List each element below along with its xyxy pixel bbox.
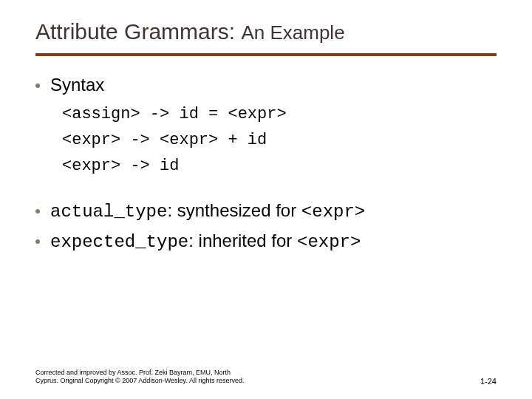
grammar-line-1: <assign> -> id = <expr> (62, 105, 287, 123)
page-number: 1-24 (480, 377, 497, 386)
actual-type-code: actual_type (50, 202, 167, 222)
bullet-actual-type: actual_type: synthesized for <expr> (35, 198, 497, 225)
footer-line-2: Cyprus. Original Copyright © 2007 Addiso… (35, 377, 244, 384)
footer-credit: Corrected and improved by Assoc. Prof. Z… (35, 369, 244, 386)
expected-type-code: expected_type (50, 232, 188, 252)
actual-type-mid: : synthesized for (167, 200, 301, 220)
bullet-expected-text: expected_type: inherited for <expr> (50, 228, 361, 256)
slide: Attribute Grammars: An Example Syntax <a… (0, 0, 532, 399)
grammar-block: <assign> -> id = <expr> <expr> -> <expr>… (62, 101, 497, 180)
slide-title: Attribute Grammars: An Example (35, 19, 497, 44)
title-sub: An Example (241, 21, 344, 44)
bullet-dot-icon (35, 239, 40, 244)
bullet-actual-text: actual_type: synthesized for <expr> (50, 198, 365, 225)
grammar-line-2: <expr> -> <expr> + id (62, 131, 267, 149)
title-main: Attribute Grammars: (35, 19, 235, 44)
bullet-syntax-label: Syntax (50, 72, 104, 98)
title-rule (35, 53, 497, 56)
expected-type-mid: : inherited for (188, 231, 297, 250)
actual-type-tail: <expr> (301, 202, 365, 222)
footer-line-1: Corrected and improved by Assoc. Prof. Z… (35, 369, 231, 376)
bullet-dot-icon (35, 209, 40, 214)
expected-type-tail: <expr> (297, 232, 361, 252)
bullet-syntax: Syntax (35, 72, 497, 98)
bullet-expected-type: expected_type: inherited for <expr> (35, 228, 497, 256)
grammar-line-3: <expr> -> id (62, 157, 179, 175)
bullet-dot-icon (35, 83, 40, 88)
slide-body: Syntax <assign> -> id = <expr> <expr> ->… (35, 72, 497, 256)
